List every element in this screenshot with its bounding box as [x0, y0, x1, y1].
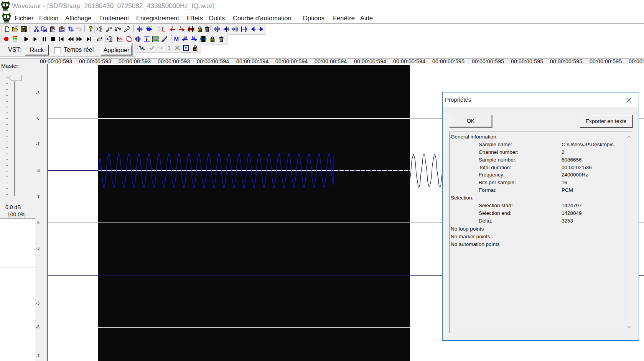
svg-text:L: L	[162, 26, 166, 33]
svg-text:?: ?	[89, 26, 93, 33]
svg-text:M: M	[192, 36, 195, 40]
svg-text:M: M	[184, 36, 187, 40]
svg-text:L: L	[180, 26, 183, 29]
svg-text:L: L	[172, 26, 175, 29]
svg-text:M: M	[174, 36, 179, 42]
